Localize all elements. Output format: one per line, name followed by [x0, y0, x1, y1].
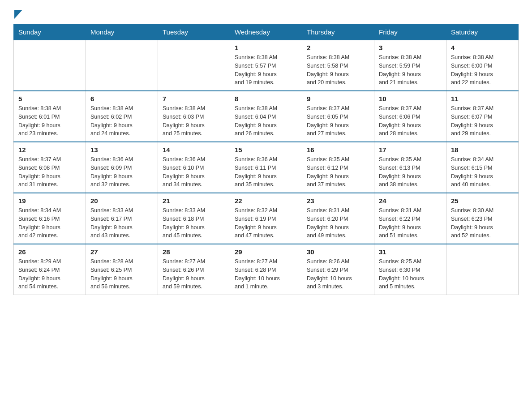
week-row-3: 12Sunrise: 8:37 AMSunset: 6:08 PMDayligh…	[14, 142, 519, 193]
day-number: 17	[379, 146, 442, 154]
day-info: Sunrise: 8:36 AMSunset: 6:10 PMDaylight:…	[163, 155, 225, 189]
calendar-cell: 10Sunrise: 8:37 AMSunset: 6:06 PMDayligh…	[374, 91, 446, 142]
week-row-2: 5Sunrise: 8:38 AMSunset: 6:01 PMDaylight…	[14, 91, 519, 142]
day-info: Sunrise: 8:27 AMSunset: 6:26 PMDaylight:…	[163, 257, 225, 291]
calendar-cell: 6Sunrise: 8:38 AMSunset: 6:02 PMDaylight…	[86, 91, 158, 142]
column-header-wednesday: Wednesday	[230, 25, 302, 40]
day-info: Sunrise: 8:38 AMSunset: 5:58 PMDaylight:…	[307, 53, 369, 87]
day-number: 12	[18, 146, 81, 154]
calendar-cell: 20Sunrise: 8:33 AMSunset: 6:17 PMDayligh…	[86, 193, 158, 244]
day-number: 28	[163, 248, 225, 256]
day-number: 13	[90, 146, 153, 154]
day-number: 7	[163, 95, 225, 103]
calendar-cell: 17Sunrise: 8:35 AMSunset: 6:13 PMDayligh…	[374, 142, 446, 193]
day-info: Sunrise: 8:32 AMSunset: 6:19 PMDaylight:…	[235, 206, 297, 240]
day-info: Sunrise: 8:37 AMSunset: 6:05 PMDaylight:…	[307, 104, 369, 138]
day-number: 18	[451, 146, 514, 154]
day-number: 22	[235, 197, 297, 205]
logo-arrow-icon	[14, 10, 22, 19]
calendar-cell: 2Sunrise: 8:38 AMSunset: 5:58 PMDaylight…	[302, 40, 374, 91]
calendar-cell: 31Sunrise: 8:25 AMSunset: 6:30 PMDayligh…	[374, 244, 446, 295]
day-info: Sunrise: 8:34 AMSunset: 6:15 PMDaylight:…	[451, 155, 514, 189]
day-info: Sunrise: 8:31 AMSunset: 6:22 PMDaylight:…	[379, 206, 442, 240]
calendar-cell: 19Sunrise: 8:34 AMSunset: 6:16 PMDayligh…	[14, 193, 86, 244]
day-info: Sunrise: 8:26 AMSunset: 6:29 PMDaylight:…	[307, 257, 369, 291]
day-info: Sunrise: 8:37 AMSunset: 6:08 PMDaylight:…	[18, 155, 81, 189]
calendar-cell: 23Sunrise: 8:31 AMSunset: 6:20 PMDayligh…	[302, 193, 374, 244]
day-info: Sunrise: 8:35 AMSunset: 6:13 PMDaylight:…	[379, 155, 442, 189]
day-info: Sunrise: 8:31 AMSunset: 6:20 PMDaylight:…	[307, 206, 369, 240]
svg-marker-0	[14, 10, 22, 19]
day-number: 15	[235, 146, 297, 154]
calendar-cell: 12Sunrise: 8:37 AMSunset: 6:08 PMDayligh…	[14, 142, 86, 193]
calendar-cell: 21Sunrise: 8:33 AMSunset: 6:18 PMDayligh…	[158, 193, 230, 244]
day-info: Sunrise: 8:37 AMSunset: 6:07 PMDaylight:…	[451, 104, 514, 138]
day-info: Sunrise: 8:38 AMSunset: 6:02 PMDaylight:…	[90, 104, 153, 138]
day-number: 29	[235, 248, 297, 256]
calendar-cell: 30Sunrise: 8:26 AMSunset: 6:29 PMDayligh…	[302, 244, 374, 295]
calendar-cell: 16Sunrise: 8:35 AMSunset: 6:12 PMDayligh…	[302, 142, 374, 193]
calendar-cell	[86, 40, 158, 91]
day-number: 20	[90, 197, 153, 205]
calendar-cell: 11Sunrise: 8:37 AMSunset: 6:07 PMDayligh…	[446, 91, 519, 142]
day-info: Sunrise: 8:36 AMSunset: 6:11 PMDaylight:…	[235, 155, 297, 189]
calendar-cell: 26Sunrise: 8:29 AMSunset: 6:24 PMDayligh…	[14, 244, 86, 295]
header	[13, 9, 519, 17]
day-info: Sunrise: 8:38 AMSunset: 6:00 PMDaylight:…	[451, 53, 514, 87]
calendar-header-row: SundayMondayTuesdayWednesdayThursdayFrid…	[14, 25, 519, 40]
calendar-cell: 1Sunrise: 8:38 AMSunset: 5:57 PMDaylight…	[230, 40, 302, 91]
day-info: Sunrise: 8:30 AMSunset: 6:23 PMDaylight:…	[451, 206, 514, 240]
day-info: Sunrise: 8:33 AMSunset: 6:17 PMDaylight:…	[90, 206, 153, 240]
column-header-thursday: Thursday	[302, 25, 374, 40]
logo	[13, 9, 22, 17]
calendar-cell: 7Sunrise: 8:38 AMSunset: 6:03 PMDaylight…	[158, 91, 230, 142]
day-number: 30	[307, 248, 369, 256]
calendar-cell: 22Sunrise: 8:32 AMSunset: 6:19 PMDayligh…	[230, 193, 302, 244]
day-info: Sunrise: 8:38 AMSunset: 5:59 PMDaylight:…	[379, 53, 442, 87]
day-number: 9	[307, 95, 369, 103]
day-number: 3	[379, 44, 442, 51]
day-number: 24	[379, 197, 442, 205]
calendar-cell: 8Sunrise: 8:38 AMSunset: 6:04 PMDaylight…	[230, 91, 302, 142]
day-info: Sunrise: 8:33 AMSunset: 6:18 PMDaylight:…	[163, 206, 225, 240]
day-number: 23	[307, 197, 369, 205]
calendar-cell: 29Sunrise: 8:27 AMSunset: 6:28 PMDayligh…	[230, 244, 302, 295]
column-header-friday: Friday	[374, 25, 446, 40]
calendar-cell: 5Sunrise: 8:38 AMSunset: 6:01 PMDaylight…	[14, 91, 86, 142]
calendar-cell	[446, 244, 519, 295]
calendar-cell: 14Sunrise: 8:36 AMSunset: 6:10 PMDayligh…	[158, 142, 230, 193]
calendar-table: SundayMondayTuesdayWednesdayThursdayFrid…	[13, 24, 519, 295]
day-info: Sunrise: 8:34 AMSunset: 6:16 PMDaylight:…	[18, 206, 81, 240]
day-number: 6	[90, 95, 153, 103]
day-number: 21	[163, 197, 225, 205]
calendar-cell	[158, 40, 230, 91]
day-info: Sunrise: 8:38 AMSunset: 6:01 PMDaylight:…	[18, 104, 81, 138]
calendar-cell: 15Sunrise: 8:36 AMSunset: 6:11 PMDayligh…	[230, 142, 302, 193]
calendar-cell	[14, 40, 86, 91]
calendar-cell: 28Sunrise: 8:27 AMSunset: 6:26 PMDayligh…	[158, 244, 230, 295]
day-number: 2	[307, 44, 369, 51]
day-number: 27	[90, 248, 153, 256]
week-row-1: 1Sunrise: 8:38 AMSunset: 5:57 PMDaylight…	[14, 40, 519, 91]
day-info: Sunrise: 8:38 AMSunset: 6:04 PMDaylight:…	[235, 104, 297, 138]
day-info: Sunrise: 8:35 AMSunset: 6:12 PMDaylight:…	[307, 155, 369, 189]
day-number: 26	[18, 248, 81, 256]
calendar-cell: 13Sunrise: 8:36 AMSunset: 6:09 PMDayligh…	[86, 142, 158, 193]
calendar-cell: 9Sunrise: 8:37 AMSunset: 6:05 PMDaylight…	[302, 91, 374, 142]
calendar-cell: 3Sunrise: 8:38 AMSunset: 5:59 PMDaylight…	[374, 40, 446, 91]
day-number: 19	[18, 197, 81, 205]
column-header-monday: Monday	[86, 25, 158, 40]
day-info: Sunrise: 8:25 AMSunset: 6:30 PMDaylight:…	[379, 257, 442, 291]
day-number: 25	[451, 197, 514, 205]
column-header-tuesday: Tuesday	[158, 25, 230, 40]
calendar-cell: 27Sunrise: 8:28 AMSunset: 6:25 PMDayligh…	[86, 244, 158, 295]
day-number: 4	[451, 44, 514, 51]
day-number: 11	[451, 95, 514, 103]
calendar-cell: 25Sunrise: 8:30 AMSunset: 6:23 PMDayligh…	[446, 193, 519, 244]
day-number: 10	[379, 95, 442, 103]
column-header-sunday: Sunday	[14, 25, 86, 40]
day-number: 5	[18, 95, 81, 103]
day-number: 31	[379, 248, 442, 256]
week-row-5: 26Sunrise: 8:29 AMSunset: 6:24 PMDayligh…	[14, 244, 519, 295]
day-info: Sunrise: 8:29 AMSunset: 6:24 PMDaylight:…	[18, 257, 81, 291]
